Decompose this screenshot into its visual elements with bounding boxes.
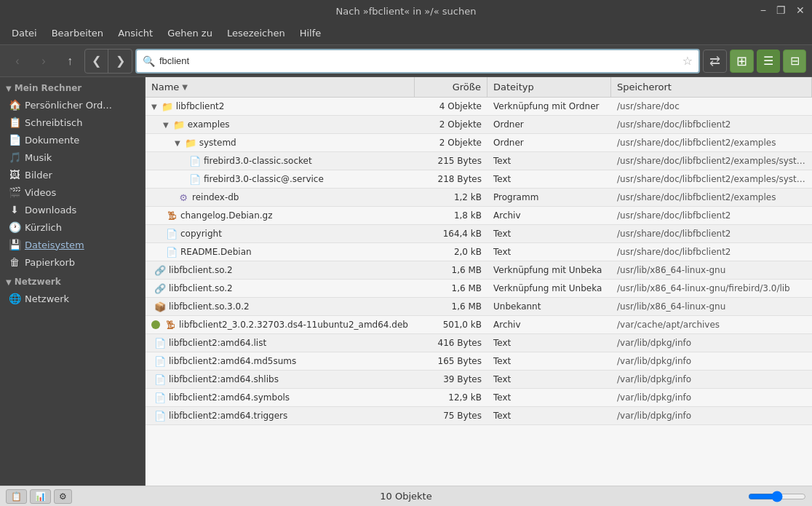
table-row[interactable]: 📄 copyright 164,4 kB Text /usr/share/doc… [146,225,812,243]
file-type: Text [487,390,611,406]
text-file-icon: 📄 [154,410,166,422]
table-row[interactable]: ▼ 📁 systemd 2 Objekte Ordner /usr/share/… [146,134,812,152]
image-icon: 🖼 [9,169,20,181]
sidebar-item-netzwerk[interactable]: 🌐 Netzwerk [0,290,145,307]
menu-ansicht[interactable]: Ansicht [112,25,159,41]
minimize-button[interactable]: − [756,3,771,17]
sidebar-item-dateisystem[interactable]: 💾 Dateisystem [0,236,145,253]
sidebar-item-persoenlicher-ord[interactable]: 🏠 Persönlicher Ord... [0,96,145,114]
file-name: libfbclient.so.2 [169,283,233,293]
maximize-button[interactable]: ❐ [772,3,790,17]
menu-gehen-zu[interactable]: Gehen zu [162,25,218,41]
file-name: README.Debian [180,247,252,257]
nav-next-button[interactable]: ❯ [108,50,132,73]
table-row[interactable]: 📄 libfbclient2:amd64.md5sums 165 Bytes T… [146,352,812,371]
text-file-icon: 📄 [154,373,166,385]
view-grid-button[interactable]: ⊞ [730,50,754,73]
col-header-size[interactable]: Größe [415,77,487,97]
file-name: examples [188,119,230,130]
file-type: Unbekannt [487,299,611,315]
search-bar: 🔍 ☆ [135,49,700,74]
sidebar-item-schreibtisch[interactable]: 📋 Schreibtisch [0,114,145,131]
view-compact-button[interactable]: ⊟ [783,50,806,73]
clock-icon: 🕐 [9,221,20,233]
file-type: Text [487,335,611,351]
up-button[interactable]: ↑ [58,50,81,73]
table-row[interactable]: 📄 libfbclient2:amd64.triggers 75 Bytes T… [146,407,812,425]
menu-lesezeichen[interactable]: Lesezeichen [221,25,291,41]
link-file-icon: 🔗 [154,282,166,294]
table-row[interactable]: ▼ 📁 examples 2 Objekte Ordner /usr/share… [146,116,812,134]
trash-icon: 🗑 [9,256,20,268]
file-location: /usr/share/doc/libfbclient2 [611,207,812,224]
table-row[interactable]: 📄 libfbclient2:amd64.list 416 Bytes Text… [146,334,812,352]
table-row[interactable]: 📄 firebird3.0-classic@.service 218 Bytes… [146,170,812,189]
col-header-type[interactable]: Dateityp [487,77,611,97]
table-row[interactable]: 🔗 libfbclient.so.2 1,6 MB Verknüpfung mi… [146,280,812,298]
table-row[interactable]: 📄 README.Debian 2,0 kB Text /usr/share/d… [146,243,812,261]
file-location: /usr/share/doc/libfbclient2/examples/sys… [611,153,812,169]
file-size: 164,4 kB [415,226,487,242]
table-row[interactable]: ⚙ reindex-db 1,2 kB Programm /usr/share/… [146,189,812,207]
view-list-button[interactable]: ☰ [757,50,780,73]
file-name: libfbclient.so.3.0.2 [169,301,250,312]
back-button[interactable]: ‹ [6,50,29,73]
file-name: firebird3.0-classic.socket [204,156,312,166]
zoom-slider[interactable] [748,491,806,502]
main-area: ▼ Mein Rechner 🏠 Persönlicher Ord... 📋 S… [0,77,812,486]
table-row[interactable]: 🗜 changelog.Debian.gz 1,8 kB Archiv /usr… [146,207,812,225]
menu-hilfe[interactable]: Hilfe [294,25,327,41]
sidebar-item-papierkorb[interactable]: 🗑 Papierkorb [0,253,145,271]
table-row[interactable]: 📦 libfbclient.so.3.0.2 1,6 MB Unbekannt … [146,298,812,316]
sync-button[interactable]: ⇄ [703,50,727,73]
file-name: libfbclient.so.2 [169,265,233,275]
file-size: 218 Bytes [415,171,487,187]
close-button[interactable]: ✕ [792,3,809,17]
program-file-icon: ⚙ [178,191,189,203]
drive-icon: 💾 [9,239,20,250]
bookmark-star-icon[interactable]: ☆ [682,54,693,68]
file-name: libfbclient2:amd64.md5sums [169,356,296,366]
statusbar-btn-2[interactable]: 📊 [30,489,51,504]
sidebar-item-bilder[interactable]: 🖼 Bilder [0,166,145,183]
file-location: /usr/share/doc/libfbclient2 [611,244,812,260]
statusbar-btn-1[interactable]: 📋 [6,489,27,504]
file-location: /usr/lib/x86_64-linux-gnu [611,299,812,315]
expand-arrow-icon: ▼ [163,121,169,129]
sidebar-item-downloads[interactable]: ⬇ Downloads [0,201,145,218]
expand-arrow-icon: ▼ [151,103,157,111]
col-header-location[interactable]: Speicherort [611,77,812,97]
sidebar-item-dokumente[interactable]: 📄 Dokumente [0,131,145,149]
file-location: /var/lib/dpkg/info [611,371,812,387]
menu-bearbeiten[interactable]: Bearbeiten [46,25,109,41]
file-type: Verknüpfung mit Unbeka [487,262,611,278]
col-header-name[interactable]: Name ▼ [146,77,415,97]
statusbar-btn-3[interactable]: ⚙ [54,489,72,504]
file-location: /var/lib/dpkg/info [611,408,812,424]
table-row[interactable]: ▼ 📁 libfbclient2 4 Objekte Verknüpfung m… [146,98,812,116]
file-type: Text [487,371,611,387]
folder-link-icon: 📁 [162,100,173,112]
search-input[interactable] [159,55,678,66]
sidebar-item-musik[interactable]: 🎵 Musik [0,149,145,166]
table-row[interactable]: 🗜 libfbclient2_3.0.2.32703.ds4-11ubuntu2… [146,316,812,334]
sidebar-item-kurzlich[interactable]: 🕐 Kürzlich [0,218,145,236]
table-row[interactable]: 📄 libfbclient2:amd64.shlibs 39 Bytes Tex… [146,371,812,389]
sidebar-section-mein-rechner[interactable]: ▼ Mein Rechner [0,80,145,96]
file-size: 416 Bytes [415,335,487,351]
file-type: Ordner [487,116,611,133]
sort-arrow-icon: ▼ [182,83,188,91]
table-row[interactable]: 🔗 libfbclient.so.2 1,6 MB Verknüpfung mi… [146,261,812,280]
nav-btn-group: ❮ ❯ [84,49,132,74]
table-row[interactable]: 📄 firebird3.0-classic.socket 215 Bytes T… [146,152,812,170]
nav-prev-button[interactable]: ❮ [85,50,108,73]
file-size: 1,6 MB [415,299,487,315]
sidebar-section-netzwerk[interactable]: ▼ Netzwerk [0,274,145,290]
menu-datei[interactable]: Datei [6,25,43,41]
file-name: libfbclient2:amd64.triggers [169,411,287,421]
sidebar-item-videos[interactable]: 🎬 Videos [0,183,145,201]
forward-button[interactable]: › [32,50,55,73]
file-name: libfbclient2:amd64.symbols [169,392,290,403]
archive-file-icon: 🗜 [164,319,176,331]
table-row[interactable]: 📄 libfbclient2:amd64.symbols 12,9 kB Tex… [146,389,812,407]
